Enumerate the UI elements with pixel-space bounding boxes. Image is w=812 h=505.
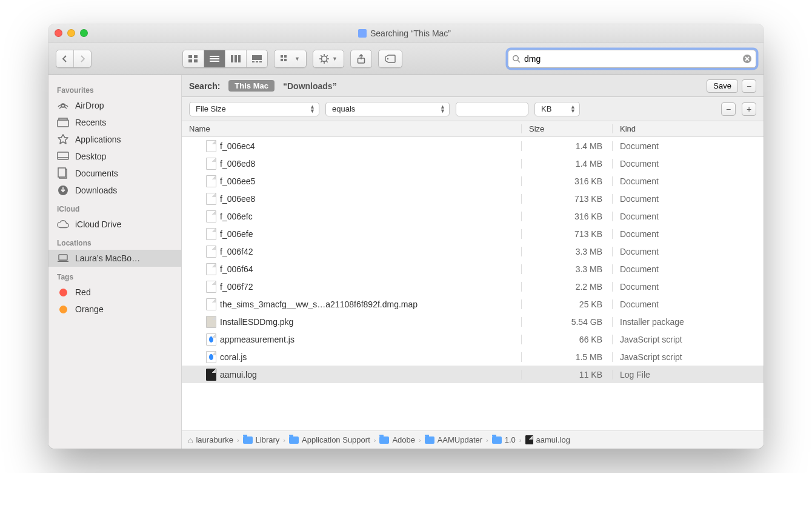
sidebar-item[interactable]: iCloud Drive bbox=[48, 216, 181, 233]
filter-unit-select[interactable]: KB ▲▼ bbox=[534, 102, 580, 116]
file-row[interactable]: f_006efc316 KBDocument bbox=[182, 207, 764, 225]
search-field[interactable] bbox=[508, 50, 756, 68]
view-gallery-button[interactable] bbox=[247, 50, 267, 67]
file-row[interactable]: aamui.log11 KBLog File bbox=[182, 366, 764, 383]
svg-rect-4 bbox=[210, 56, 219, 57]
svg-rect-10 bbox=[252, 55, 262, 60]
file-row[interactable]: coral.js1.5 MBJavaScript script bbox=[182, 348, 764, 366]
share-button[interactable] bbox=[350, 50, 372, 68]
svg-rect-17 bbox=[284, 59, 287, 61]
path-label: AAMUpdater bbox=[438, 435, 482, 444]
svg-line-25 bbox=[321, 61, 322, 62]
svg-rect-6 bbox=[210, 61, 219, 62]
column-header-kind[interactable]: Kind bbox=[612, 124, 764, 133]
file-name: aamui.log bbox=[220, 370, 257, 380]
sidebar-heading: iCloud bbox=[48, 199, 181, 216]
chevron-right-icon: › bbox=[283, 436, 285, 444]
filter-operator-value: equals bbox=[332, 104, 355, 113]
filter-attribute-select[interactable]: File Size ▲▼ bbox=[189, 102, 319, 116]
sidebar-item-label: Laura’s MacBo… bbox=[75, 253, 140, 263]
file-kind: Document bbox=[612, 159, 764, 169]
file-row[interactable]: f_006ed81.4 MBDocument bbox=[182, 155, 764, 172]
column-header-size[interactable]: Size bbox=[521, 124, 612, 133]
clear-search-icon[interactable] bbox=[742, 54, 752, 64]
remove-criteria-button[interactable]: − bbox=[742, 79, 756, 93]
file-row[interactable]: f_006ee5316 KBDocument bbox=[182, 172, 764, 190]
airdrop-icon bbox=[57, 100, 69, 111]
main-area: Search: This Mac “Downloads” Save − File… bbox=[182, 75, 764, 449]
filter-operator-select[interactable]: equals ▲▼ bbox=[325, 102, 450, 116]
titlebar: Searching “This Mac” bbox=[48, 24, 764, 42]
file-name: f_006f64 bbox=[220, 264, 253, 274]
file-icon bbox=[206, 193, 216, 205]
save-search-button[interactable]: Save bbox=[707, 79, 738, 93]
chevron-right-icon: › bbox=[374, 436, 376, 444]
sidebar-item[interactable]: Recents bbox=[48, 114, 181, 131]
sidebar-item[interactable]: AirDrop bbox=[48, 97, 181, 114]
sidebar-item[interactable]: Laura’s MacBo… bbox=[48, 250, 181, 267]
scope-this-mac[interactable]: This Mac bbox=[228, 80, 275, 92]
path-segment[interactable]: Library bbox=[243, 435, 280, 444]
sidebar-item[interactable]: Applications bbox=[48, 131, 181, 148]
path-label: Application Support bbox=[302, 435, 370, 444]
filter-value-input[interactable] bbox=[456, 102, 528, 116]
path-segment[interactable]: AAMUpdater bbox=[425, 435, 482, 444]
sidebar-item[interactable]: Documents bbox=[48, 165, 181, 182]
add-filter-button[interactable]: + bbox=[742, 102, 756, 116]
file-list[interactable]: f_006ec41.4 MBDocumentf_006ed81.4 MBDocu… bbox=[182, 137, 764, 430]
path-segment[interactable]: aamui.log bbox=[525, 435, 570, 444]
column-header-name[interactable]: Name bbox=[182, 124, 521, 133]
sidebar-item[interactable]: Orange bbox=[48, 301, 181, 318]
search-input[interactable] bbox=[524, 54, 739, 64]
sidebar-item-label: Red bbox=[75, 287, 91, 297]
scope-downloads[interactable]: “Downloads” bbox=[283, 81, 337, 91]
tag-icon bbox=[57, 287, 69, 298]
file-name: appmeasurement.js bbox=[220, 335, 295, 344]
file-kind: Document bbox=[612, 176, 764, 186]
file-row[interactable]: f_006ec41.4 MBDocument bbox=[182, 137, 764, 155]
action-button[interactable]: ▼ bbox=[313, 50, 344, 68]
group-by-button[interactable]: ▼ bbox=[274, 50, 307, 68]
file-row[interactable]: f_006f643.3 MBDocument bbox=[182, 260, 764, 278]
zoom-icon[interactable] bbox=[80, 29, 88, 37]
close-icon[interactable] bbox=[55, 29, 62, 37]
svg-rect-34 bbox=[59, 118, 67, 120]
folder-icon bbox=[425, 436, 434, 444]
file-row[interactable]: f_006f722.2 MBDocument bbox=[182, 278, 764, 295]
tags-button[interactable] bbox=[378, 50, 402, 68]
view-list-button[interactable] bbox=[204, 50, 225, 67]
tag-icon bbox=[57, 304, 69, 315]
file-row[interactable]: f_006ee8713 KBDocument bbox=[182, 190, 764, 207]
file-kind: Document bbox=[612, 229, 764, 239]
sidebar-item[interactable]: Desktop bbox=[48, 148, 181, 165]
svg-rect-1 bbox=[194, 55, 198, 58]
path-segment[interactable]: Adobe bbox=[379, 435, 415, 444]
forward-button[interactable] bbox=[74, 50, 91, 67]
remove-filter-button[interactable]: − bbox=[721, 102, 736, 116]
file-name: f_006ee5 bbox=[220, 176, 255, 186]
file-name: f_006efe bbox=[220, 229, 253, 239]
file-name: f_006ed8 bbox=[220, 159, 255, 169]
path-segment[interactable]: 1.0 bbox=[492, 435, 516, 444]
back-button[interactable] bbox=[56, 50, 74, 67]
path-label: aamui.log bbox=[536, 435, 570, 444]
sidebar-item[interactable]: Red bbox=[48, 284, 181, 301]
path-segment[interactable]: ⌂lauraburke bbox=[188, 435, 233, 445]
file-row[interactable]: appmeasurement.js66 KBJavaScript script bbox=[182, 330, 764, 348]
scope-label: Search: bbox=[189, 81, 220, 91]
path-bar: ⌂lauraburke›Library›Application Support›… bbox=[182, 430, 764, 449]
view-icon-button[interactable] bbox=[183, 50, 204, 67]
file-row[interactable]: InstallESDDmg.pkg5.54 GBInstaller packag… bbox=[182, 313, 764, 330]
chevron-right-icon: › bbox=[519, 436, 522, 444]
file-row[interactable]: f_006efe713 KBDocument bbox=[182, 225, 764, 242]
path-segment[interactable]: Application Support bbox=[289, 435, 370, 444]
view-column-button[interactable] bbox=[225, 50, 247, 67]
file-size: 3.3 MB bbox=[521, 264, 612, 274]
file-icon bbox=[206, 281, 216, 293]
sidebar-item-label: Desktop bbox=[75, 152, 106, 161]
file-row[interactable]: the_sims_3macfg__ww_s…a21108f6f892f.dmg.… bbox=[182, 295, 764, 313]
file-icon bbox=[206, 140, 216, 152]
sidebar-item[interactable]: Downloads bbox=[48, 182, 181, 199]
file-row[interactable]: f_006f423.3 MBDocument bbox=[182, 242, 764, 260]
minimize-icon[interactable] bbox=[67, 29, 75, 37]
